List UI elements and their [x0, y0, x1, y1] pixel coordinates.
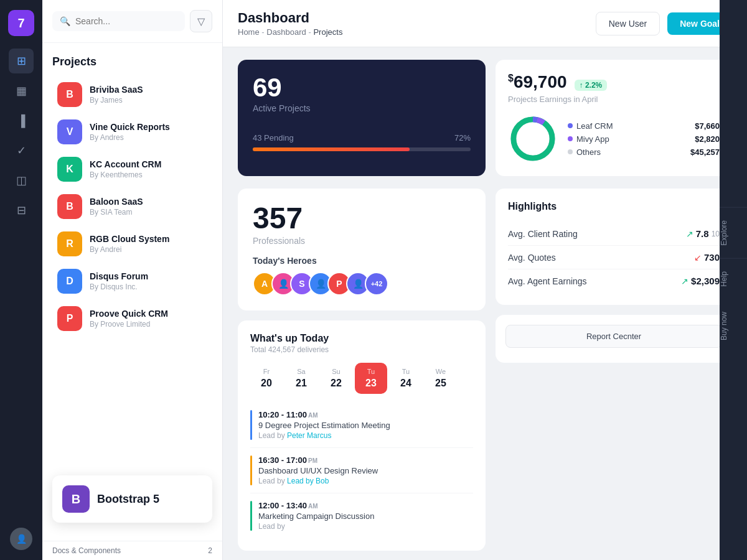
sidebar-icon-stack[interactable]: ◫	[9, 168, 34, 193]
legend-name: Mivy App	[576, 134, 609, 144]
report-center-button[interactable]: Report Cecnter	[505, 325, 722, 348]
sidebar-icon-layers[interactable]: ▦	[9, 78, 34, 103]
help-btn[interactable]: Help	[720, 258, 747, 299]
project-name: Baloon SaaS	[90, 197, 143, 207]
cal-day-name: Sa	[297, 368, 305, 375]
legend-name: Others	[576, 147, 601, 157]
project-item[interactable]: B Baloon SaaS By SIA Team	[47, 188, 217, 225]
filter-button[interactable]: ▽	[190, 10, 212, 32]
event-time: 10:20 - 11:00AM	[258, 410, 473, 419]
docs-label[interactable]: Docs & Components	[52, 546, 121, 555]
project-info: Proove Quick CRM By Proove Limited	[90, 309, 168, 329]
project-by: By James	[90, 96, 143, 105]
project-item[interactable]: D Disqus Forum By Disqus Inc.	[47, 263, 217, 300]
event-time: 12:00 - 13:40AM	[258, 501, 473, 510]
new-user-button[interactable]: New User	[596, 12, 660, 35]
highlight-metric: Avg. Agent Earnings	[508, 276, 587, 286]
highlight-metric: Avg. Client Rating	[508, 229, 578, 239]
currency-symbol: $	[508, 73, 514, 83]
project-item[interactable]: B Briviba SaaS By James	[47, 76, 217, 113]
earnings-label: Projects Earnings in April	[508, 95, 720, 104]
bootstrap-label: Bootstrap 5	[97, 493, 159, 506]
event-lead-name[interactable]: Lead by Bob	[287, 477, 329, 485]
project-item[interactable]: R RGB Cloud System By Andrei	[47, 225, 217, 263]
project-name: KC Account CRM	[90, 159, 161, 169]
buy-now-btn[interactable]: Buy now	[720, 299, 747, 353]
event-time: 16:30 - 17:00PM	[258, 455, 473, 465]
sidebar-icon-check[interactable]: ✓	[9, 138, 34, 163]
project-logo: V	[57, 119, 82, 144]
event-lead-name[interactable]: Peter Marcus	[287, 431, 331, 440]
highlights-title: Highlights	[508, 201, 720, 212]
legend-item: Leaf CRM $7,660	[568, 121, 720, 131]
sidebar-icon-grid[interactable]: ⊞	[9, 49, 34, 73]
highlight-row: Avg. Client Rating ↗ 7.8 10	[508, 222, 720, 246]
project-item[interactable]: P Proove Quick CRM By Proove Limited	[47, 300, 217, 337]
breadcrumb-home[interactable]: Home	[238, 27, 260, 37]
row2-grid: 357 Professionals Today's Heroes A 👤 S 👤…	[223, 189, 747, 560]
event-title: Marketing Campaign Discussion	[258, 511, 473, 521]
event-line	[250, 410, 252, 440]
breadcrumb-dashboard[interactable]: Dashboard	[266, 27, 306, 37]
search-input[interactable]	[75, 16, 177, 26]
project-logo: K	[57, 157, 82, 182]
events-list: 10:20 - 11:00AM 9 Degree Project Estimat…	[250, 403, 473, 538]
sidebar-icon-briefcase[interactable]: ⊟	[9, 198, 34, 223]
projects-panel: 🔍 ▽ Projects B Briviba SaaS By James V V…	[42, 0, 223, 560]
right-overlay: Explore Help Buy now	[720, 0, 747, 560]
project-by: By Proove Limited	[90, 320, 168, 329]
cal-day-num: 22	[331, 378, 342, 389]
sidebar-user-number[interactable]: 7	[8, 10, 34, 36]
calendar-day[interactable]: Tu 24	[390, 363, 422, 394]
calendar-day[interactable]: We 25	[425, 363, 457, 394]
explore-btn[interactable]: Explore	[720, 207, 747, 258]
progress-bar-fill	[253, 147, 410, 151]
project-info: Briviba SaaS By James	[90, 85, 143, 105]
event-title: 9 Degree Project Estimation Meeting	[258, 421, 473, 430]
breadcrumb: Home - Dashboard - Projects	[238, 27, 342, 37]
header-actions: New User New Goal	[596, 12, 732, 35]
whatsup-title: What's up Today	[250, 333, 473, 344]
project-info: Disqus Forum By Disqus Inc.	[90, 271, 148, 291]
event-ampm: AM	[308, 412, 318, 419]
card-bottom: 43 Pending 72%	[253, 133, 471, 151]
breadcrumb-current: Projects	[313, 27, 342, 37]
whatsup-subtitle: Total 424,567 deliveries	[250, 345, 473, 354]
event-line	[250, 501, 252, 531]
projects-title: Projects	[42, 43, 222, 76]
trend-icon: ↗	[681, 276, 688, 286]
highlight-row: Avg. Quotes ↙ 730	[508, 246, 720, 269]
sidebar-icon-chart[interactable]: ▐	[9, 108, 34, 133]
svg-point-1	[514, 119, 552, 158]
calendar-day[interactable]: Fr 20	[250, 363, 283, 394]
legend-amount: $7,660	[695, 121, 720, 131]
sidebar-bottom-avatar[interactable]: 👤	[10, 528, 32, 550]
legend-item: Others $45,257	[568, 147, 720, 157]
calendar-day[interactable]: Tu 23	[355, 363, 387, 394]
event-line	[250, 455, 252, 485]
whatsup-card: What's up Today Total 424,567 deliveries…	[238, 320, 486, 551]
legend-dot	[568, 149, 573, 154]
search-input-wrap[interactable]: 🔍	[52, 11, 185, 31]
project-item[interactable]: V Vine Quick Reports By Andres	[47, 113, 217, 151]
project-item[interactable]: K KC Account CRM By Keenthemes	[47, 151, 217, 188]
highlight-num: $2,309	[691, 276, 720, 286]
project-name: Vine Quick Reports	[90, 122, 170, 132]
donut-chart	[508, 114, 558, 164]
main-header: Dashboard Home - Dashboard - Projects Ne…	[223, 0, 747, 47]
sidebar-icons: 7 ⊞ ▦ ▐ ✓ ◫ ⊟ 👤	[0, 0, 42, 560]
legend-amount: $45,257	[690, 147, 720, 157]
event-ampm: AM	[308, 503, 318, 510]
projects-list: B Briviba SaaS By James V Vine Quick Rep…	[42, 76, 222, 337]
highlight-value: ↙ 730	[694, 252, 720, 263]
project-info: Baloon SaaS By SIA Team	[90, 197, 143, 217]
project-by: By SIA Team	[90, 208, 143, 217]
cal-day-num: 25	[435, 378, 446, 389]
project-by: By Keenthemes	[90, 170, 161, 179]
calendar-day[interactable]: Sa 21	[285, 363, 317, 394]
calendar-day[interactable]: Su 22	[320, 363, 352, 394]
progress-bar-wrap	[253, 147, 471, 151]
earnings-card: $69,700 ↑ 2.2% Projects Earnings in Apri…	[496, 60, 732, 176]
project-name: RGB Cloud System	[90, 234, 169, 244]
cal-day-name: Tu	[402, 368, 410, 375]
